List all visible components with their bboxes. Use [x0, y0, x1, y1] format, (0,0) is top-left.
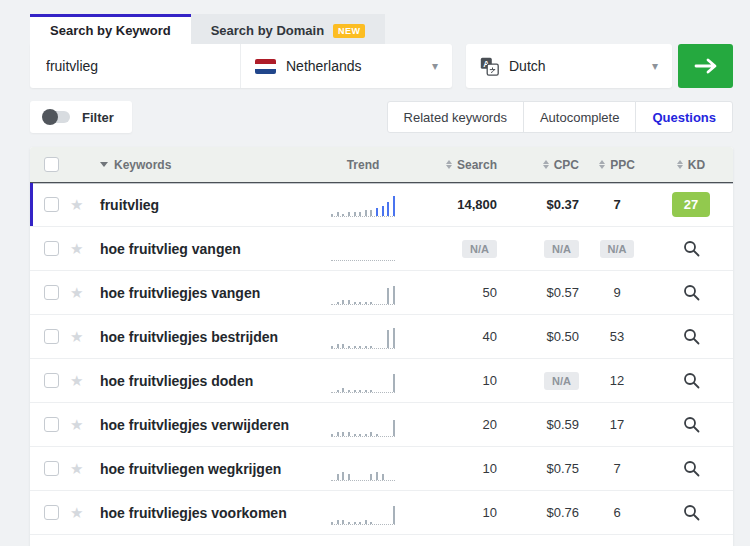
netherlands-flag-icon [255, 59, 276, 74]
mode-questions[interactable]: Questions [635, 101, 733, 133]
country-select[interactable]: Netherlands ▾ [240, 44, 452, 88]
trend-sparkline [331, 369, 395, 393]
sort-icon [543, 160, 549, 169]
favorite-star-icon[interactable]: ★ [70, 505, 83, 520]
ppc-value: N/A [585, 240, 649, 258]
chevron-down-icon: ▾ [652, 59, 658, 73]
kd-cell [649, 456, 733, 481]
arrow-right-icon [694, 57, 718, 75]
kd-cell [649, 280, 733, 305]
cpc-value: $0.37 [503, 197, 585, 212]
cpc-value: $0.50 [503, 329, 585, 344]
select-all-checkbox[interactable] [44, 157, 59, 172]
keyword-text: hoe fruitvliegjes voorkomen [100, 505, 287, 521]
mode-related-keywords[interactable]: Related keywords [387, 101, 524, 133]
header-cpc[interactable]: CPC [503, 158, 585, 172]
tab-search-by-domain[interactable]: Search by Domain NEW [191, 14, 386, 44]
translate-icon: A [480, 57, 499, 76]
row-checkbox[interactable] [44, 505, 59, 520]
cpc-value: $0.76 [503, 505, 585, 520]
filter-label: Filter [82, 110, 114, 125]
header-ppc[interactable]: PPC [585, 158, 649, 172]
cpc-value: N/A [503, 372, 585, 390]
table-row: ★ fruitvlieg 14,800 $0.37 7 27 [30, 183, 733, 227]
search-volume-value: 10 [411, 373, 503, 388]
row-checkbox[interactable] [44, 417, 59, 432]
chevron-down-icon: ▾ [432, 59, 438, 73]
sort-icon [599, 160, 605, 169]
ppc-value: 17 [585, 417, 649, 432]
search-volume-value: 50 [411, 285, 503, 300]
kd-cell [649, 324, 733, 349]
keyword-search-input[interactable] [30, 44, 240, 88]
toggle-switch-icon[interactable] [44, 111, 70, 123]
keyword-text: hoe fruitvliegen wegkrijgen [100, 461, 281, 477]
result-mode-group: Related keywords Autocomplete Questions [387, 101, 733, 133]
language-select[interactable]: A Dutch ▾ [466, 44, 672, 88]
search-bar: Netherlands ▾ A Dutch ▾ [30, 44, 733, 88]
ppc-value: 7 [585, 461, 649, 476]
favorite-star-icon[interactable]: ★ [70, 461, 83, 476]
table-row: ★ hoe fruitvliegjes voorkomen 10 $0.76 6 [30, 491, 733, 535]
favorite-star-icon[interactable]: ★ [70, 329, 83, 344]
trend-sparkline [331, 281, 395, 305]
tab-search-by-domain-label: Search by Domain [211, 23, 324, 38]
favorite-star-icon[interactable]: ★ [70, 197, 83, 212]
search-volume-value: 10 [411, 461, 503, 476]
analyze-keyword-search-icon[interactable] [679, 324, 704, 349]
tab-search-by-keyword-label: Search by Keyword [50, 23, 171, 38]
keyword-text: hoe fruitvliegjes vangen [100, 285, 260, 301]
language-select-value: Dutch [509, 58, 546, 74]
favorite-star-icon[interactable]: ★ [70, 373, 83, 388]
analyze-keyword-search-icon[interactable] [679, 368, 704, 393]
favorite-star-icon[interactable]: ★ [70, 241, 83, 256]
row-checkbox[interactable] [44, 197, 59, 212]
search-volume-value: 10 [411, 505, 503, 520]
analyze-keyword-search-icon[interactable] [679, 456, 704, 481]
row-checkbox[interactable] [44, 461, 59, 476]
search-submit-button[interactable] [678, 44, 733, 88]
filter-toggle-button[interactable]: Filter [30, 101, 132, 133]
ppc-value: 7 [585, 197, 649, 212]
favorite-star-icon[interactable]: ★ [70, 417, 83, 432]
trend-sparkline [331, 193, 395, 217]
ppc-value: 12 [585, 373, 649, 388]
mode-autocomplete[interactable]: Autocomplete [523, 101, 637, 133]
analyze-keyword-search-icon[interactable] [679, 236, 704, 261]
table-row: ★ hoe fruitvliegjes verwijderen 20 $0.59… [30, 403, 733, 447]
search-volume-value: 14,800 [411, 197, 503, 212]
table-row: ★ hoe fruitvliegjes bestrijden 40 $0.50 … [30, 315, 733, 359]
filter-row: Filter Related keywords Autocomplete Que… [30, 101, 733, 133]
search-volume-value: N/A [411, 240, 503, 258]
header-keywords[interactable]: Keywords [100, 158, 315, 172]
table-row: ★ hoe fruitvliegjes doden 10 N/A 12 [30, 359, 733, 403]
ppc-value: 6 [585, 505, 649, 520]
tab-search-by-keyword[interactable]: Search by Keyword [30, 14, 191, 44]
cpc-value: $0.57 [503, 285, 585, 300]
cpc-value: N/A [503, 240, 585, 258]
row-checkbox[interactable] [44, 329, 59, 344]
analyze-keyword-search-icon[interactable] [679, 412, 704, 437]
analyze-keyword-search-icon[interactable] [679, 500, 704, 525]
sort-icon [677, 160, 683, 169]
table-row: ★ [30, 535, 733, 546]
keyword-tool-page: Search by Keyword Search by Domain NEW N… [30, 14, 733, 546]
sort-icon [446, 160, 452, 169]
header-search[interactable]: Search [411, 158, 503, 172]
analyze-keyword-search-icon[interactable] [679, 280, 704, 305]
cpc-value: $0.75 [503, 461, 585, 476]
ppc-value: 53 [585, 329, 649, 344]
header-kd[interactable]: KD [649, 158, 733, 172]
table-row: ★ hoe fruitvlieg vangen N/A N/A N/A [30, 227, 733, 271]
trend-sparkline [331, 501, 395, 525]
trend-sparkline [331, 413, 395, 437]
trend-sparkline [331, 237, 395, 261]
search-tabs: Search by Keyword Search by Domain NEW [30, 14, 733, 44]
keyword-text: hoe fruitvliegjes verwijderen [100, 417, 289, 433]
row-checkbox[interactable] [44, 373, 59, 388]
keyword-text: hoe fruitvlieg vangen [100, 241, 241, 257]
row-checkbox[interactable] [44, 241, 59, 256]
row-checkbox[interactable] [44, 285, 59, 300]
favorite-star-icon[interactable]: ★ [70, 285, 83, 300]
results-table: Keywords Trend Search CPC PPC KD [30, 147, 733, 546]
